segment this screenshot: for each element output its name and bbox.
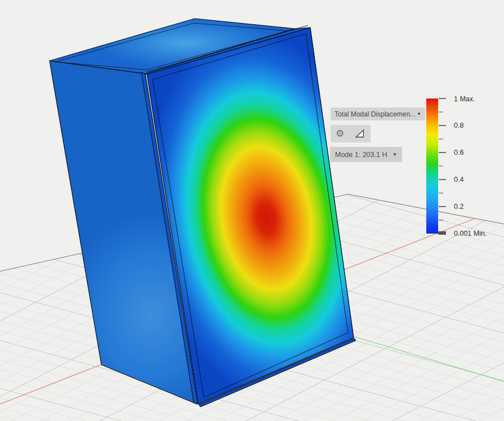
mode-dropdown[interactable]: Mode 1: 203.1 Hz ▼	[330, 147, 402, 162]
colorbar-label-max: 1 Max.	[454, 95, 475, 103]
mode-dropdown-label: Mode 1: 203.1 Hz	[335, 151, 387, 159]
deformation-scale-button[interactable]	[355, 129, 365, 138]
colorbar-label: 0.8	[454, 122, 463, 129]
result-type-dropdown-label: Total Modal Displacemen...	[334, 110, 416, 118]
legend-settings-button[interactable]: ⚙	[336, 129, 344, 138]
chevron-down-icon: ▼	[417, 112, 421, 117]
chevron-down-icon: ▼	[393, 153, 397, 157]
colorbar-label: 0.2	[454, 203, 463, 210]
legend-settings-toolbar: ⚙	[331, 125, 371, 142]
gear-icon: ⚙	[336, 129, 344, 138]
result-type-dropdown[interactable]: Total Modal Displacemen... ▼	[331, 108, 425, 120]
colorbar-label: 0.4	[454, 176, 463, 183]
colorbar-label: 0.6	[454, 149, 463, 156]
colorbar-min-indicator	[438, 231, 446, 235]
viewport-canvas[interactable]: 1 Max. 0.8 0.6 0.4 0.2 0.001 Min.	[0, 0, 504, 421]
colorbar-label-min: 0.001 Min.	[454, 230, 487, 238]
deformation-scale-icon	[355, 129, 365, 138]
colorbar-gradient	[426, 98, 438, 234]
